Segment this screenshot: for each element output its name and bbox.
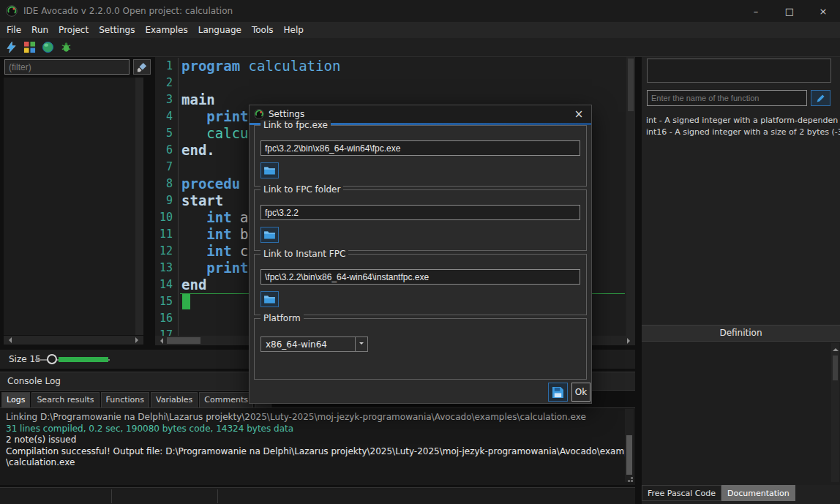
maximize-button[interactable]: □ [773,0,806,22]
line-number: 14 [155,277,179,293]
editor-vertical-scroll-thumb[interactable] [628,59,634,111]
filter-input[interactable] [4,59,130,75]
save-settings-button[interactable] [548,383,568,402]
console-tab-functions[interactable]: Functions [101,392,150,407]
chevron-down-icon[interactable] [355,337,367,351]
browse-fpc-exe-button[interactable] [260,162,279,178]
group-label: Link to fpc.exe [260,120,331,130]
console-tab-logs[interactable]: Logs [1,392,30,407]
menu-item-language[interactable]: Language [193,22,247,38]
close-button[interactable]: × [806,0,840,22]
editor-vertical-scrollbar[interactable] [626,57,635,336]
font-size-slider-fill [59,357,108,362]
scroll-left-arrow-icon[interactable] [6,337,12,343]
menu-item-file[interactable]: File [1,22,26,38]
function-search-button[interactable] [811,90,830,106]
editor-line[interactable]: 2 [155,75,626,91]
scroll-up-arrow-icon[interactable] [833,345,839,351]
instant-fpc-path-input[interactable] [260,269,580,285]
definition-scroll-thumb[interactable] [833,356,838,380]
scroll-right-arrow-icon[interactable] [135,337,141,343]
code-text: program calculation [179,58,340,75]
line-number: 16 [155,310,179,327]
editor-horizontal-scroll-thumb[interactable] [167,337,200,344]
browse-fpc-folder-button[interactable] [260,227,279,243]
menu-item-examples[interactable]: Examples [140,22,192,38]
debug-bug-icon[interactable] [58,40,74,56]
line-number: 4 [155,108,179,125]
function-result-item[interactable]: int - A signed integer with a platform-d… [646,115,840,127]
console-tab-comments[interactable]: Comments [199,392,253,407]
menu-item-tools[interactable]: Tools [247,22,279,38]
group-label: Link to FPC folder [260,184,343,195]
group-label: Platform [260,313,304,323]
clear-filter-button[interactable] [133,59,151,75]
status-bar [0,487,635,504]
line-number: 13 [155,260,179,277]
resize-grip[interactable] [628,480,630,482]
group-link-to-instant-fpc: Link to Instant FPC [254,254,587,315]
menu-item-help[interactable]: Help [279,22,309,38]
line-number: 8 [155,176,179,192]
tab-documentation[interactable]: Documentation [721,485,795,501]
console-tab-variables[interactable]: Variables [151,392,198,407]
line-number: 11 [155,226,179,243]
line-number: 15 [155,293,179,310]
scroll-left-arrow-icon[interactable] [157,338,163,344]
console-log-output[interactable]: Linking D:\Programowanie na Delphi\Lazar… [0,407,635,485]
code-text: end. [179,142,215,159]
line-number: 10 [155,209,179,226]
code-text: int b [179,226,249,243]
right-panel-tabs: Free Pascal CodeDocumentation [642,485,795,501]
function-search-input[interactable] [647,90,807,106]
tab-free-pascal-code[interactable]: Free Pascal Code [642,485,721,501]
log-line: Compilation successful! Output file: D:\… [6,446,629,458]
line-number: 12 [155,243,179,260]
browse-instant-fpc-button[interactable] [260,291,279,307]
settings-dialog: Settings × Link to fpc.exe Link to FPC f… [249,105,592,404]
platform-select[interactable]: x86_64-win64 [260,336,368,352]
editor-line[interactable]: 1program calculation [155,58,626,75]
line-number: 6 [155,142,179,159]
folder-icon [264,230,275,239]
console-tab-search-results[interactable]: Search results [31,392,99,407]
run-lightning-icon[interactable] [3,40,19,56]
left-list-vertical-scrollbar[interactable] [135,78,143,335]
menu-item-run[interactable]: Run [26,22,53,38]
minimize-button[interactable]: – [739,0,773,22]
menu-item-settings[interactable]: Settings [94,22,140,38]
definition-scrollbar[interactable] [831,343,839,482]
code-text: calcu [179,125,249,142]
web-sphere-icon[interactable] [40,40,56,56]
left-list-horizontal-scrollbar[interactable] [4,336,143,345]
fpc-folder-path-input[interactable] [260,205,580,220]
scroll-right-arrow-icon[interactable] [627,338,633,344]
code-text: procedu [179,176,240,192]
log-line: \calculation.exe [6,457,629,469]
code-text: print [179,260,249,277]
examples-blocks-icon[interactable] [21,40,37,56]
help-panel: int - A signed integer with a platform-d… [642,57,840,504]
log-line: 2 note(s) issued [6,435,629,446]
definition-content[interactable] [642,342,840,485]
platform-selected-value: x86_64-win64 [261,339,355,350]
fpc-exe-path-input[interactable] [260,140,580,156]
code-text: int a [179,209,249,226]
menu-item-project[interactable]: Project [53,22,94,38]
dialog-close-button[interactable]: × [571,108,587,121]
menu-bar: FileRunProjectSettingsExamplesLanguageTo… [0,22,840,38]
console-vertical-scrollbar[interactable] [625,409,634,482]
code-text [179,75,181,91]
status-divider [111,489,112,503]
status-divider [217,489,218,503]
log-line: 31 lines compiled, 0.2 sec, 190080 bytes… [6,424,629,435]
function-result-item[interactable]: int16 - A signed integer with a size of … [646,127,840,138]
ok-button[interactable]: Ok [571,383,590,402]
code-text [179,159,181,176]
symbol-tree-list[interactable] [4,78,143,335]
font-size-slider-thumb[interactable] [47,354,57,364]
pen-icon [816,94,825,103]
function-results: int - A signed integer with a platform-d… [642,111,840,323]
code-text [179,310,181,327]
console-scroll-thumb[interactable] [626,435,632,475]
